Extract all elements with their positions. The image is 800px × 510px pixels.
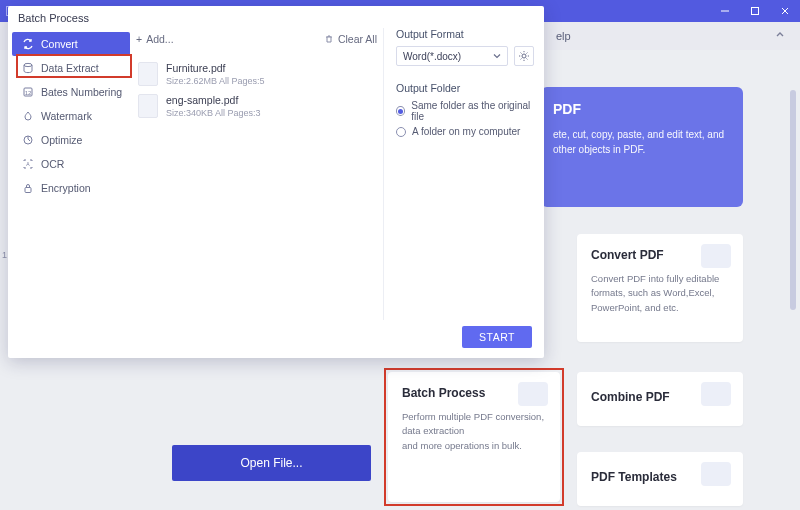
sidebar-label: Optimize [41,134,82,146]
file-name: eng-sample.pdf [166,94,261,106]
output-format-select[interactable]: Word(*.docx) [396,46,508,66]
data-icon [22,62,34,74]
format-settings-button[interactable] [514,46,534,66]
file-name: Furniture.pdf [166,62,265,74]
convert-icon [22,38,34,50]
optimize-icon [22,134,34,146]
file-list: Furniture.pdf Size:2.62MB All Pages:5 en… [136,58,377,122]
file-row[interactable]: eng-sample.pdf Size:340KB All Pages:3 [136,90,377,122]
watermark-icon [22,110,34,122]
card-desc: Convert PDF into fully editable formats,… [591,272,729,315]
svg-text:A: A [26,161,30,167]
close-button[interactable] [770,0,800,22]
plus-icon: + [136,33,142,45]
clear-all-button[interactable]: Clear All [324,33,377,45]
menu-help[interactable]: elp [556,30,571,42]
radio-dot-icon [396,127,406,137]
sidebar-item-convert[interactable]: Convert [12,32,130,56]
batch-output-settings: Output Format Word(*.docx) Output Folder… [396,28,534,320]
dialog-title: Batch Process [18,12,89,24]
batch-file-area: + Add... Clear All Furniture.pdf Size:2.… [136,28,384,320]
clear-label: Clear All [338,33,377,45]
card-desc2: and more operations in bulk. [402,439,546,453]
sidebar-label: Bates Numbering [41,86,122,98]
hero-desc: ete, cut, copy, paste, and edit text, an… [553,127,731,157]
sidebar-item-watermark[interactable]: Watermark [12,104,130,128]
radio-dot-icon [396,106,405,116]
templates-card-icon [701,462,731,486]
card-convert-pdf[interactable]: Convert PDF Convert PDF into fully edita… [577,234,743,342]
svg-point-7 [522,54,526,58]
svg-rect-6 [25,188,31,193]
card-combine-pdf[interactable]: Combine PDF [577,372,743,426]
radio-label: Same folder as the original file [411,100,534,122]
radio-same-folder[interactable]: Same folder as the original file [396,100,534,122]
bates-icon: 12 [22,86,34,98]
sidebar-item-encryption[interactable]: Encryption [12,176,130,200]
sidebar-item-ocr[interactable]: A OCR [12,152,130,176]
combine-card-icon [701,382,731,406]
sidebar-item-data-extract[interactable]: Data Extract [12,56,130,80]
maximize-button[interactable] [740,0,770,22]
add-label: Add... [146,33,173,45]
sidebar-label: Convert [41,38,78,50]
collapse-ribbon-icon[interactable] [774,29,786,41]
convert-card-icon [701,244,731,268]
output-format-value: Word(*.docx) [403,51,461,62]
batch-sidebar: Convert Data Extract 12 Bates Numbering … [12,32,130,200]
sidebar-item-optimize[interactable]: Optimize [12,128,130,152]
ocr-icon: A [22,158,34,170]
file-row[interactable]: Furniture.pdf Size:2.62MB All Pages:5 [136,58,377,90]
output-format-label: Output Format [396,28,534,40]
trash-icon [324,34,334,44]
sidebar-label: OCR [41,158,64,170]
batch-card-icon [518,382,548,406]
scrollbar[interactable] [790,90,796,310]
file-meta: Size:2.62MB All Pages:5 [166,76,265,86]
sidebar-item-bates[interactable]: 12 Bates Numbering [12,80,130,104]
file-thumb-icon [138,62,158,86]
hero-edit-pdf-card[interactable]: PDF ete, cut, copy, paste, and edit text… [541,87,743,207]
sidebar-label: Encryption [41,182,91,194]
sidebar-label: Watermark [41,110,92,122]
svg-text:12: 12 [25,90,32,96]
svg-point-1 [24,63,32,66]
batch-process-dialog: Batch Process Convert Data Extract 12 Ba… [8,6,544,358]
gear-icon [518,50,530,62]
minimize-button[interactable] [710,0,740,22]
file-thumb-icon [138,94,158,118]
open-file-button[interactable]: Open File... [172,445,371,481]
card-batch-process[interactable]: Batch Process Perform multiple PDF conve… [388,372,560,502]
card-pdf-templates[interactable]: PDF Templates [577,452,743,506]
radio-label: A folder on my computer [412,126,520,137]
svg-rect-0 [752,8,759,15]
radio-custom-folder[interactable]: A folder on my computer [396,126,534,137]
card-desc: Perform multiple PDF conversion, data ex… [402,410,546,439]
chevron-down-icon [493,52,501,60]
sidebar-label: Data Extract [41,62,99,74]
add-file-button[interactable]: + Add... [136,33,174,45]
file-meta: Size:340KB All Pages:3 [166,108,261,118]
lock-icon [22,182,34,194]
start-button[interactable]: START [462,326,532,348]
hero-title: PDF [553,101,731,117]
output-folder-label: Output Folder [396,82,534,94]
